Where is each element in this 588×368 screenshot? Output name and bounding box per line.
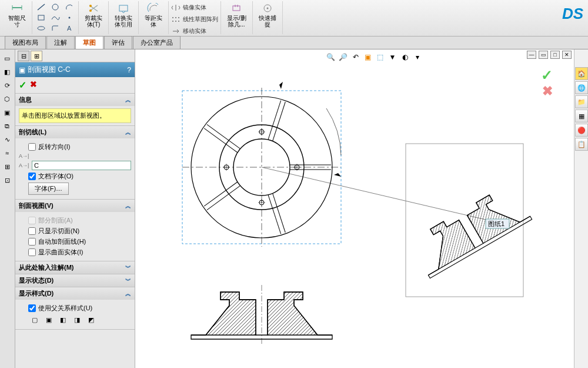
zoom-fit-icon[interactable]: 🔍 [326,52,336,62]
maximize-icon[interactable]: □ [550,51,560,59]
show-surface-checkbox[interactable] [28,248,36,256]
arc-tool-icon[interactable] [63,2,76,12]
tab-sketch[interactable]: 草图 [75,36,103,49]
style-wireframe-icon[interactable]: ▢ [28,314,41,325]
svg-point-9 [172,17,173,18]
circle-tool-icon[interactable] [49,2,62,12]
convert-entities-button[interactable]: 转换实 体引用 [111,2,136,29]
more-icon[interactable]: ▾ [412,52,423,62]
reverse-direction-checkbox[interactable] [28,143,36,151]
tab-office[interactable]: 办公室产品 [133,36,181,49]
tool-icon[interactable]: ⬡ [0,92,14,105]
arrow-icon: A→| [19,153,29,159]
fillet-tool-icon[interactable] [49,23,62,34]
show-delete-button[interactable]: 显示/删 除几... [223,2,250,29]
tool-icon[interactable]: ⟳ [0,79,14,92]
tool-icon[interactable]: ⊞ [0,160,14,173]
tool-icon[interactable]: ⊡ [0,174,14,187]
drawing-canvas[interactable]: 🔍 🔎 ↶ ▣ ⬚ ▼ ◐ ▾ — ▭ □ ✕ ✓ ✖ [135,49,574,368]
svg-point-14 [178,21,179,22]
smart-dimension-button[interactable]: 智能尺 寸 [5,2,29,29]
chevron-up-icon: ︽ [125,202,131,210]
rect-tool-icon[interactable] [35,12,48,23]
style-shaded-only-icon[interactable]: ◩ [85,314,98,325]
svg-point-13 [175,21,176,22]
point-tool-icon[interactable] [63,12,76,23]
display-style-icon[interactable]: ▼ [387,52,398,62]
floating-ok-button[interactable]: ✓ [541,67,553,84]
help-button[interactable]: ? [127,66,131,74]
offset-entities-button[interactable]: 等距实 体 [141,2,166,29]
tool-icon[interactable]: ∿ [0,133,14,146]
hide-show-icon[interactable]: ◐ [400,52,410,62]
linear-pattern-button[interactable]: 线性草图阵列 [171,15,218,24]
tab-view-layout[interactable]: 视图布局 [5,36,46,49]
section-view-section-header[interactable]: 剖面视图(V)︽ [15,200,135,212]
resources-icon[interactable]: 🌐 [575,81,588,94]
custom-props-icon[interactable]: 📋 [575,138,588,151]
svg-rect-15 [233,6,240,11]
tool-icon[interactable]: ⧉ [0,120,14,132]
floating-cancel-button[interactable]: ✖ [542,84,553,99]
document-font-checkbox[interactable] [28,173,36,180]
display-style-header[interactable]: 显示样式(D)︽ [15,287,135,300]
tab-evaluate[interactable]: 评估 [104,36,132,49]
trim-button[interactable]: 剪裁实 体(T) [81,2,106,29]
style-shaded-edges-icon[interactable]: ◨ [71,314,83,325]
svg-point-1 [52,4,58,10]
svg-point-12 [172,21,173,22]
feature-tree-tab[interactable]: ⊟ [18,51,29,61]
home-icon[interactable]: 🏠 [575,67,588,80]
svg-line-30 [204,128,238,152]
ellipse-tool-icon[interactable] [35,23,48,34]
use-parent-style-checkbox[interactable] [28,304,36,312]
font-button[interactable]: 字体(F)… [28,183,69,195]
spline-tool-icon[interactable] [49,12,62,23]
svg-line-26 [273,193,286,233]
move-entities-button[interactable]: 移动实体 [171,27,206,35]
mirror-entities-button[interactable]: 镜像实体 [171,4,206,12]
only-cut-checkbox[interactable] [28,227,36,235]
close-icon[interactable]: ✕ [562,51,572,59]
tool-icon[interactable]: ◧ [0,65,14,78]
style-hidden-icon[interactable]: ▣ [42,314,55,325]
minimize-icon[interactable]: — [527,51,536,59]
section-name-input[interactable] [32,161,131,170]
tab-annotation[interactable]: 注解 [46,36,75,49]
confirm-cancel-button[interactable]: ✖ [30,79,37,91]
library-icon[interactable]: 📁 [575,95,588,108]
chevron-up-icon: ︽ [125,96,131,104]
window-controls: — ▭ □ ✕ [527,51,572,59]
svg-rect-2 [38,15,44,20]
quick-snap-button[interactable]: 快速捕 捉 [255,2,280,29]
show-surface-label: 显示曲面实体(I) [38,248,83,257]
property-manager-tab[interactable]: ⊞ [31,51,42,61]
style-shaded-icon[interactable]: ◧ [56,314,69,325]
prev-view-icon[interactable]: ↶ [350,52,361,62]
svg-rect-0 [12,7,22,8]
section-view-icon[interactable]: ▣ [363,52,373,62]
cutline-section-header[interactable]: 剖切线(L)︽ [15,126,135,138]
text-tool-icon[interactable]: A [63,23,76,34]
view-palette-icon[interactable]: ▦ [575,110,588,122]
zoom-area-icon[interactable]: 🔎 [338,52,349,62]
confirm-ok-button[interactable]: ✓ [19,79,26,91]
auto-hatch-label: 自动加剖面线(H) [38,237,86,246]
tool-icon[interactable]: ≈ [0,147,14,160]
svg-point-7 [89,9,92,12]
display-state-header[interactable]: 显示状态(D)︾ [15,274,135,287]
view-orientation-icon[interactable]: ⬚ [375,52,386,62]
tool-icon[interactable]: ▭ [0,52,14,65]
appearances-icon[interactable]: 🔴 [575,124,588,137]
tool-icon[interactable]: ▣ [0,106,14,119]
view-toolbar: 🔍 🔎 ↶ ▣ ⬚ ▼ ◐ ▾ [326,52,423,62]
svg-line-31 [207,124,240,148]
drawing-content: 图纸1 [135,49,570,362]
chevron-down-icon: ︾ [125,264,131,272]
line-tool-icon[interactable] [35,2,48,12]
import-annotation-header[interactable]: 从此处输入注解(M)︾ [15,261,135,274]
svg-line-28 [207,185,240,210]
restore-icon[interactable]: ▭ [539,51,548,59]
info-section-header[interactable]: 信息︽ [15,94,135,106]
auto-hatch-checkbox[interactable] [28,238,36,246]
